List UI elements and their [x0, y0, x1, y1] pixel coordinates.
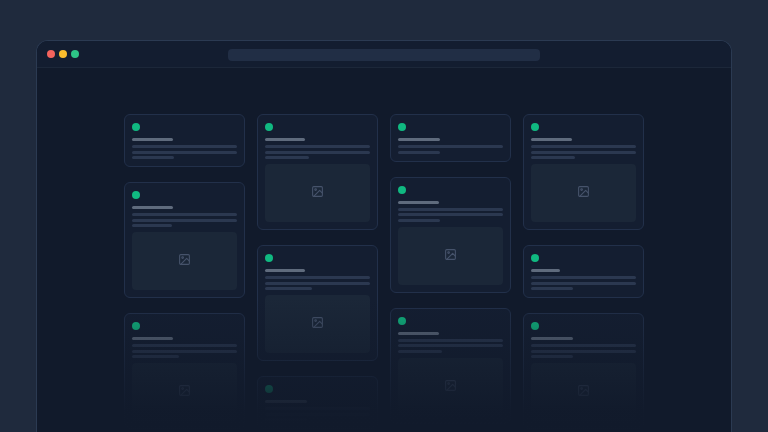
- image-icon: [311, 315, 324, 333]
- image-placeholder: [398, 227, 503, 285]
- feed-card[interactable]: [523, 245, 644, 298]
- skeleton-line: [398, 350, 442, 353]
- status-dot: [132, 322, 140, 330]
- image-icon: [178, 252, 191, 270]
- skeleton-line: [531, 151, 636, 154]
- skeleton-line: [531, 282, 636, 285]
- image-placeholder: [398, 358, 503, 416]
- feed-card[interactable]: [390, 114, 511, 162]
- skeleton-line: [265, 287, 312, 290]
- skeleton-line: [265, 151, 370, 154]
- skeleton-line: [531, 156, 575, 159]
- skeleton-line: [398, 344, 503, 347]
- feed-card[interactable]: [124, 182, 245, 298]
- status-dot: [398, 123, 406, 131]
- skeleton-line: [398, 208, 503, 211]
- board-column-3: [390, 114, 511, 432]
- skeleton-line: [398, 213, 503, 216]
- status-dot: [265, 385, 273, 393]
- skeleton-title: [132, 138, 173, 141]
- skeleton-title: [398, 138, 440, 141]
- image-placeholder: [265, 295, 370, 353]
- skeleton-title: [265, 138, 305, 141]
- feed-card[interactable]: [124, 114, 245, 167]
- feed-card[interactable]: [523, 313, 644, 429]
- feed-card[interactable]: [257, 114, 378, 230]
- image-placeholder: [132, 232, 237, 290]
- browser-window: [36, 40, 732, 432]
- image-icon: [444, 247, 457, 265]
- skeleton-line: [531, 350, 636, 353]
- skeleton-line: [531, 287, 573, 290]
- zoom-button[interactable]: [71, 50, 79, 58]
- status-dot: [265, 123, 273, 131]
- skeleton-line: [132, 224, 172, 227]
- skeleton-title: [531, 337, 573, 340]
- skeleton-line: [132, 156, 174, 159]
- skeleton-title: [265, 269, 305, 272]
- skeleton-line: [531, 344, 636, 347]
- image-placeholder: [531, 164, 636, 222]
- status-dot: [531, 254, 539, 262]
- status-dot: [531, 123, 539, 131]
- skeleton-line: [531, 355, 573, 358]
- close-button[interactable]: [47, 50, 55, 58]
- skeleton-title: [265, 400, 307, 403]
- status-dot: [398, 317, 406, 325]
- skeleton-line: [398, 219, 440, 222]
- feed-card[interactable]: [390, 308, 511, 424]
- feed-card[interactable]: [390, 177, 511, 293]
- browser-viewport: [37, 68, 731, 432]
- skeleton-line: [132, 344, 237, 347]
- skeleton-line: [265, 418, 307, 421]
- skeleton-line: [398, 145, 503, 148]
- skeleton-title: [398, 332, 439, 335]
- board-column-2: [257, 114, 378, 432]
- card-grid: [37, 68, 731, 432]
- image-icon: [311, 184, 324, 202]
- skeleton-line: [132, 145, 237, 148]
- image-icon: [577, 184, 590, 202]
- board-column-4: [523, 114, 644, 432]
- status-dot: [265, 254, 273, 262]
- skeleton-line: [265, 407, 370, 410]
- browser-titlebar: [37, 41, 731, 68]
- skeleton-title: [531, 138, 572, 141]
- image-icon: [577, 383, 590, 401]
- image-placeholder: [265, 164, 370, 222]
- skeleton-line: [132, 350, 237, 353]
- address-bar[interactable]: [228, 49, 540, 61]
- status-dot: [398, 186, 406, 194]
- skeleton-line: [132, 219, 237, 222]
- skeleton-line: [132, 213, 237, 216]
- image-placeholder: [132, 363, 237, 421]
- board-column-1: [124, 114, 245, 432]
- feed-card[interactable]: [523, 114, 644, 230]
- skeleton-line: [398, 151, 440, 154]
- skeleton-line: [132, 355, 179, 358]
- skeleton-line: [398, 339, 503, 342]
- skeleton-line: [265, 156, 309, 159]
- skeleton-title: [531, 269, 560, 272]
- minimize-button[interactable]: [59, 50, 67, 58]
- window-controls: [47, 50, 79, 58]
- feed-card[interactable]: [257, 376, 378, 429]
- skeleton-line: [531, 276, 636, 279]
- skeleton-line: [265, 413, 370, 416]
- skeleton-title: [398, 201, 439, 204]
- image-icon: [178, 383, 191, 401]
- status-dot: [531, 322, 539, 330]
- image-placeholder: [531, 363, 636, 421]
- skeleton-line: [265, 276, 370, 279]
- status-dot: [132, 123, 140, 131]
- skeleton-title: [132, 337, 173, 340]
- status-dot: [132, 191, 140, 199]
- image-icon: [444, 378, 457, 396]
- skeleton-line: [265, 282, 370, 285]
- feed-card[interactable]: [257, 245, 378, 361]
- skeleton-title: [132, 206, 173, 209]
- skeleton-line: [531, 145, 636, 148]
- skeleton-line: [265, 145, 370, 148]
- skeleton-line: [132, 151, 237, 154]
- feed-card[interactable]: [124, 313, 245, 429]
